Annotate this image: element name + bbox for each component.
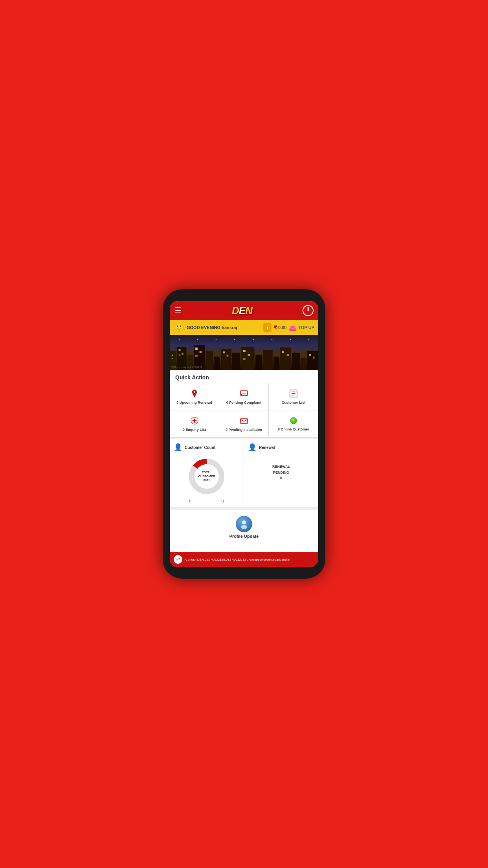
quick-action-row1: 0 Upcoming Renewal 0 Pending Complaint C… (170, 383, 318, 410)
pin-icon (190, 389, 199, 398)
quick-action-row2: 0 Enquiry List 0 Pending Installation 0 … (170, 410, 318, 438)
svg-rect-41 (240, 419, 248, 423)
complaint-icon (239, 389, 249, 398)
svg-rect-16 (227, 355, 229, 357)
svg-rect-11 (195, 355, 198, 357)
renewal-title: Renewal (259, 445, 275, 450)
svg-rect-30 (307, 351, 318, 370)
svg-rect-1 (172, 355, 173, 356)
svg-rect-5 (182, 353, 183, 355)
renewal-card: 👤 Renewal RENEWAL PENDING 0 (244, 439, 318, 507)
legend-gray: 18 (221, 500, 224, 503)
svg-point-45 (242, 520, 246, 524)
customer-list-label: Customer List (282, 401, 306, 405)
svg-rect-4 (179, 349, 181, 351)
svg-rect-17 (232, 353, 240, 370)
svg-rect-25 (280, 348, 291, 370)
enquiry-list-cell[interactable]: 0 Enquiry List (170, 410, 219, 437)
stats-section: 👤 Customer Count TOTAL (170, 438, 318, 509)
phone-frame: ☰ DEN 🙂 GOOD EVENING hansraj › ₹ 0.00 👛 … (163, 289, 325, 579)
pending-installation-cell[interactable]: 0 Pending Installation (219, 410, 269, 437)
customer-count-header: 👤 Customer Count (174, 443, 240, 452)
svg-rect-22 (255, 355, 262, 370)
svg-rect-31 (309, 354, 311, 356)
pending-complaint-cell[interactable]: 0 Pending Complaint (219, 383, 269, 410)
upcoming-renewal-cell[interactable]: 0 Upcoming Renewal (170, 383, 219, 410)
legend-red: 3 (189, 500, 191, 503)
online-customer-label: 0 Online Customer (278, 427, 309, 431)
menu-icon[interactable]: ☰ (174, 306, 182, 315)
installation-icon (239, 416, 249, 425)
online-indicator (289, 416, 298, 425)
donut-chart: TOTAL CUSTOMER 0021 (185, 455, 228, 498)
donut-center-text: TOTAL CUSTOMER 0021 (198, 471, 215, 482)
svg-rect-27 (287, 354, 289, 356)
customer-count-title: Customer Count (185, 445, 215, 450)
customer-count-card: 👤 Customer Count TOTAL (170, 439, 244, 507)
balance-value: 0.00 (278, 325, 286, 330)
svg-rect-9 (195, 348, 198, 350)
svg-rect-20 (248, 354, 250, 356)
greeting-arrow-button[interactable]: › (263, 323, 272, 332)
svg-point-46 (241, 525, 247, 529)
svg-rect-6 (179, 354, 181, 356)
donut-legend: 3 18 (174, 500, 240, 503)
city-banner: 500px.com/photo/220128... (170, 335, 318, 370)
quick-action-section: Quick Action 0 Upcoming Renewal 0 Pendin… (170, 370, 318, 552)
pending-installation-label: 0 Pending Installation (226, 428, 262, 432)
profile-label: Profile Update (229, 534, 259, 539)
enquiry-list-label: 0 Enquiry List (183, 428, 206, 432)
topup-button[interactable]: 👛 TOP UP (289, 324, 314, 331)
plus-icon (190, 416, 199, 425)
svg-rect-29 (301, 358, 306, 370)
svg-rect-28 (292, 353, 300, 370)
list-icon (289, 389, 298, 398)
svg-rect-32 (313, 357, 315, 359)
svg-rect-26 (282, 351, 284, 353)
upcoming-renewal-label: 0 Upcoming Renewal (176, 401, 212, 405)
logo-area: DEN (232, 305, 252, 317)
footer-contact: Contact DEN:011-40522128,011-40522132 , … (185, 558, 290, 561)
footer-logo: h⁸ (174, 555, 182, 564)
avatar-icon (239, 519, 249, 529)
power-button[interactable] (303, 305, 314, 316)
pending-complaint-label: 0 Pending Complaint (226, 401, 262, 405)
svg-rect-19 (243, 350, 246, 352)
renewal-pending-text: RENEWAL PENDING 0 (272, 464, 290, 481)
svg-rect-13 (214, 357, 220, 370)
customer-icon: 👤 (174, 443, 182, 452)
svg-rect-24 (274, 357, 279, 370)
svg-rect-14 (221, 349, 231, 370)
svg-rect-15 (223, 351, 225, 353)
renewal-icon: 👤 (248, 443, 257, 452)
balance-area: ₹ 0.00 (274, 325, 286, 331)
profile-section[interactable]: Profile Update (170, 509, 318, 544)
svg-rect-10 (200, 351, 202, 353)
svg-rect-2 (172, 358, 173, 359)
svg-rect-12 (206, 351, 213, 370)
city-lights (170, 339, 318, 340)
brand-logo: DEN (232, 305, 252, 317)
renewal-header: 👤 Renewal (248, 443, 314, 452)
wallet-icon: 👛 (289, 324, 297, 331)
phone-screen: ☰ DEN 🙂 GOOD EVENING hansraj › ₹ 0.00 👛 … (170, 301, 318, 567)
online-customer-cell[interactable]: 0 Online Customer (269, 410, 318, 437)
app-header: ☰ DEN (170, 301, 318, 320)
topup-label: TOP UP (298, 325, 314, 330)
quick-action-title: Quick Action (170, 370, 318, 383)
svg-rect-23 (263, 350, 273, 370)
footer: h⁸ Contact DEN:011-40522128,011-40522132… (170, 552, 318, 567)
greeting-text: GOOD EVENING hansraj (187, 325, 261, 330)
profile-avatar (236, 516, 252, 532)
watermark: 500px.com/photo/220128... (171, 366, 205, 369)
customer-list-cell[interactable]: Customer List (269, 383, 318, 410)
greeting-bar: 🙂 GOOD EVENING hansraj › ₹ 0.00 👛 TOP UP (170, 320, 318, 335)
rupee-icon: ₹ (274, 325, 277, 331)
smiley-icon: 🙂 (174, 322, 184, 333)
renewal-content: RENEWAL PENDING 0 (248, 455, 314, 490)
svg-rect-21 (243, 358, 246, 360)
